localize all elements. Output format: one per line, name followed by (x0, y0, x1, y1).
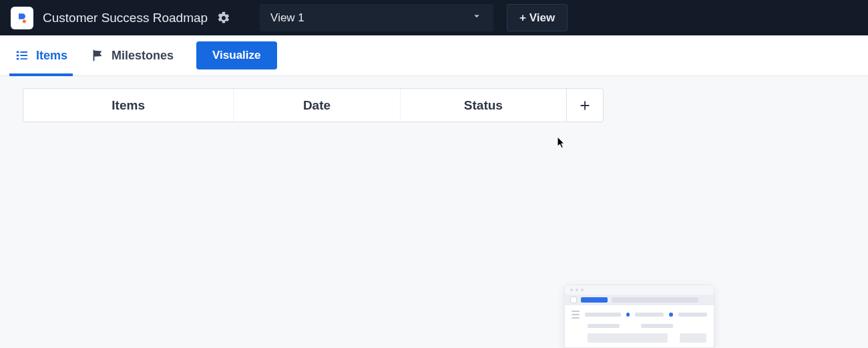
add-view-button[interactable]: + View (507, 4, 568, 31)
plus-icon (578, 98, 592, 113)
svg-rect-6 (20, 58, 27, 59)
svg-rect-1 (17, 51, 19, 53)
gear-icon (217, 11, 230, 25)
app-logo-icon (15, 11, 29, 25)
roadmap-title: Customer Success Roadmap (43, 11, 208, 25)
empty-state-illustration (564, 285, 714, 348)
view-dropdown[interactable]: View 1 (260, 4, 493, 31)
svg-rect-2 (17, 55, 19, 57)
tab-milestones[interactable]: Milestones (90, 35, 174, 75)
svg-rect-5 (20, 55, 27, 56)
add-view-label: + View (519, 11, 555, 25)
add-column-button[interactable] (567, 89, 603, 122)
svg-rect-3 (17, 58, 19, 60)
flag-icon (90, 48, 105, 63)
svg-rect-4 (20, 51, 27, 53)
tabs-row: Items Milestones Visualize (0, 35, 868, 76)
tab-milestones-label: Milestones (112, 49, 174, 63)
list-icon (15, 48, 29, 63)
view-dropdown-label: View 1 (270, 11, 304, 25)
chevron-down-icon (471, 10, 483, 25)
column-header-row: Items Date Status (23, 88, 604, 122)
tab-items[interactable]: Items (15, 35, 67, 75)
top-bar: Customer Success Roadmap View 1 + View (0, 0, 868, 35)
column-header-status[interactable]: Status (401, 89, 567, 122)
column-header-items[interactable]: Items (23, 89, 234, 122)
mouse-cursor-icon (557, 136, 566, 150)
content-area: Items Date Status (0, 76, 868, 134)
svg-point-0 (23, 19, 26, 23)
visualize-button[interactable]: Visualize (196, 41, 276, 69)
visualize-label: Visualize (212, 49, 260, 62)
column-header-date[interactable]: Date (234, 89, 400, 122)
settings-button[interactable] (217, 11, 230, 25)
app-logo[interactable] (11, 7, 33, 29)
tab-items-label: Items (36, 49, 67, 63)
